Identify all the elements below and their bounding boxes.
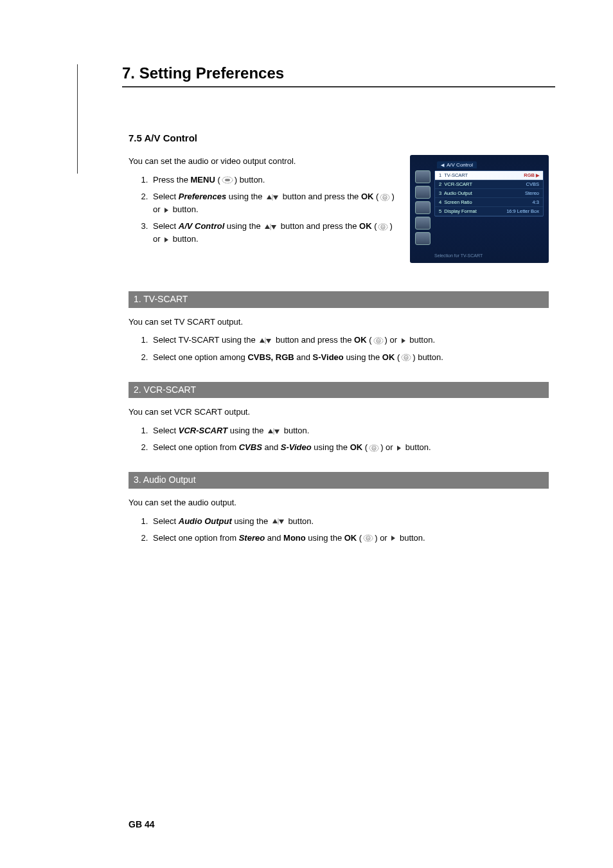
shot-sidebar-icon [415,201,431,214]
svg-marker-15 [164,237,168,242]
up-down-arrow-icon [272,518,285,525]
svg-text:OK: OK [382,226,386,228]
svg-marker-18 [266,339,271,343]
svg-marker-28 [274,429,280,434]
right-arrow-icon [391,535,396,541]
chapter-title: 7. Setting Preferences [122,64,555,82]
shot-row: 5 Display Format 16:9 Letter Box [435,207,543,216]
audio-step-2: Select one option from Stereo and Mono u… [150,532,549,545]
svg-text:OK: OK [377,339,380,342]
vcrscart-step-1: Select VCR-SCART using the button. [150,424,549,437]
subheader-tvscart: 1. TV-SCART [129,291,549,308]
up-down-arrow-icon [266,194,279,201]
svg-text:OK: OK [367,538,371,540]
shot-sidebar-icon [415,186,431,199]
main-steps: Press the MENU () button. Select Prefere… [150,174,397,246]
up-down-arrow-icon [259,338,272,344]
tvscart-step-2: Select one option among CVBS, RGB and S-… [150,351,549,364]
svg-marker-11 [271,225,276,230]
svg-marker-22 [402,338,405,343]
svg-text:OK: OK [384,196,387,199]
right-arrow-icon [401,338,406,344]
svg-marker-32 [397,446,401,451]
tvscart-step-1: Select TV-SCART using the button and pre… [150,334,549,347]
ok-button-icon: OK [378,223,388,231]
ok-button-icon: OK [363,534,373,542]
ok-button-icon: OK [369,444,379,452]
subheader-vcrscart: 2. VCR-SCART [129,382,549,399]
svg-marker-39 [391,536,395,541]
chapter-bar: 7. Setting Preferences [122,64,555,87]
right-arrow-icon [396,445,402,451]
up-down-arrow-icon [267,428,280,435]
vcrscart-step-2: Select one option from CVBS and S-Video … [150,441,549,454]
audio-steps: Select Audio Output using the button. Se… [150,515,549,545]
page-number: GB 44 [129,819,154,829]
shot-sidebar-icon [415,232,431,245]
subheader-audio: 3. Audio Output [129,472,549,489]
section-intro: You can set the audio or video output co… [129,155,397,168]
step-3: Select A/V Control using the button and … [150,220,397,246]
shot-row: 3 Audio Output Stereo [435,189,543,198]
margin-rule [77,64,78,174]
shot-row: 2 VCR-SCART CVBS [435,180,543,189]
svg-marker-9 [265,224,270,229]
shot-sidebar-icon [415,170,431,183]
svg-text:OK: OK [405,357,409,359]
svg-marker-26 [268,429,273,433]
svg-marker-33 [272,519,278,523]
av-control-screenshot: ◀A/V Control 1 TV-SCART RGB▶ 2 VCR-SCART [410,155,549,263]
right-arrow-icon [164,207,169,213]
tvscart-steps: Select TV-SCART using the button and pre… [150,334,549,363]
shot-row: 4 Screen Ratio 4:3 [435,198,543,207]
step-1: Press the MENU () button. [150,174,397,186]
svg-marker-35 [279,520,284,524]
ok-button-icon: OK [380,194,390,201]
shot-sidebar-icon [415,217,431,230]
shot-row-selected: 1 TV-SCART RGB▶ [435,171,543,180]
svg-rect-1 [225,179,230,181]
tvscart-intro: You can set TV SCART output. [129,316,549,329]
ok-button-icon: OK [401,354,411,361]
vcrscart-steps: Select VCR-SCART using the button. Selec… [150,424,549,454]
section-title: 7.5 A/V Control [129,132,549,143]
menu-button-icon [222,176,233,184]
audio-step-1: Select Audio Output using the button. [150,515,549,528]
ok-button-icon: OK [373,337,384,345]
svg-marker-4 [273,195,278,200]
audio-intro: You can set the audio output. [129,496,549,510]
vcrscart-intro: You can set VCR SCART output. [129,406,549,419]
svg-marker-16 [260,338,265,343]
step-2: Select Preferences using the button and … [150,190,397,216]
up-down-arrow-icon [264,224,277,230]
svg-marker-2 [267,195,272,199]
svg-marker-8 [164,208,168,213]
svg-text:OK: OK [373,447,377,449]
right-arrow-icon [164,237,169,243]
